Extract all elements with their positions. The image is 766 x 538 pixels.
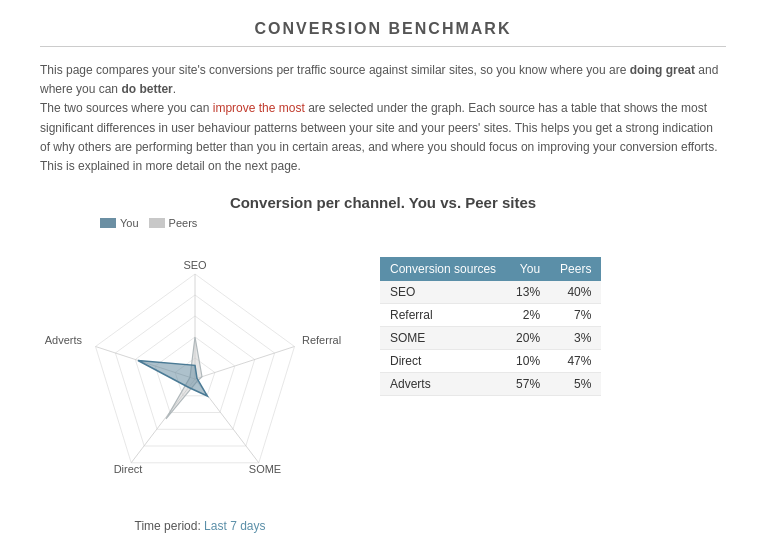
time-period: Time period: Last 7 days [40,519,360,533]
label-some: SOME [249,463,281,475]
desc-line2: The two sources where you can improve th… [40,101,717,173]
desc-highlight: improve the most [213,101,305,115]
page-container: CONVERSION BENCHMARK This page compares … [0,0,766,538]
label-adverts: Adverts [45,334,83,346]
cell-you: 20% [506,327,550,350]
legend-you-box [100,218,116,228]
radar-chart: SEO Referral SOME Direct Adverts [40,231,360,511]
legend-you-label: You [120,217,139,229]
cell-peers: 7% [550,304,601,327]
cell-source: SOME [380,327,506,350]
table-row: Referral 2% 7% [380,304,601,327]
page-title: CONVERSION BENCHMARK [40,20,726,38]
cell-source: SEO [380,281,506,304]
title-section: CONVERSION BENCHMARK [40,20,726,47]
radar-container: You Peers [40,217,360,533]
legend-peers-label: Peers [169,217,198,229]
cell-you: 10% [506,350,550,373]
title-divider [40,46,726,47]
radar-svg-wrap: SEO Referral SOME Direct Adverts [40,231,360,511]
desc-bold1: doing great [630,63,695,77]
legend-peers-box [149,218,165,228]
table-header-row: Conversion sources You Peers [380,257,601,281]
cell-peers: 5% [550,373,601,396]
desc-line1: This page compares your site's conversio… [40,63,718,96]
cell-source: Direct [380,350,506,373]
col-you: You [506,257,550,281]
label-seo: SEO [183,259,207,271]
cell-source: Referral [380,304,506,327]
chart-area: You Peers [40,217,726,533]
cell-peers: 3% [550,327,601,350]
table-row: Adverts 57% 5% [380,373,601,396]
conversion-table: Conversion sources You Peers SEO 13% 40%… [380,257,601,396]
table-body: SEO 13% 40% Referral 2% 7% SOME 20% 3% D… [380,281,601,396]
label-direct: Direct [114,463,143,475]
legend: You Peers [100,217,360,229]
table-row: SOME 20% 3% [380,327,601,350]
table-row: Direct 10% 47% [380,350,601,373]
cell-you: 57% [506,373,550,396]
cell-peers: 47% [550,350,601,373]
cell-peers: 40% [550,281,601,304]
time-period-value: Last 7 days [204,519,265,533]
legend-peers: Peers [149,217,198,229]
col-source: Conversion sources [380,257,506,281]
cell-you: 2% [506,304,550,327]
table-row: SEO 13% 40% [380,281,601,304]
svg-line-6 [195,347,295,380]
chart-title: Conversion per channel. You vs. Peer sit… [40,194,726,211]
table-container: Conversion sources You Peers SEO 13% 40%… [380,227,601,396]
time-period-label: Time period: [135,519,201,533]
label-referral: Referral [302,334,341,346]
desc-bold2: do better [121,82,172,96]
cell-source: Adverts [380,373,506,396]
legend-you: You [100,217,139,229]
cell-you: 13% [506,281,550,304]
description-block: This page compares your site's conversio… [40,61,726,176]
col-peers: Peers [550,257,601,281]
